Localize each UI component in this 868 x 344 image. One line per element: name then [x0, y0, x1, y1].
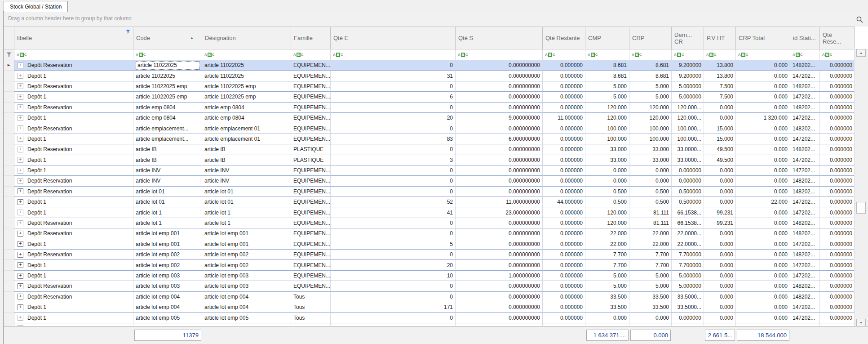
cell-qte_s[interactable]: 0.000000000: [456, 144, 543, 155]
cell-code[interactable]: article lot emp 004: [133, 292, 202, 302]
cell-libelle[interactable]: +Depôt Reservation: [14, 144, 133, 155]
expand-icon[interactable]: +: [18, 94, 23, 100]
tab-stock-global-station[interactable]: Stock Global / Station: [4, 1, 68, 12]
cell-pv_ht[interactable]: 0.000: [704, 260, 736, 270]
cell-designation[interactable]: article 11022025 emp: [202, 81, 291, 92]
expand-icon[interactable]: +: [18, 304, 23, 310]
table-row[interactable]: +Depôt Reservationarticle IBarticle IBPL…: [4, 144, 855, 155]
filter-cell-libelle[interactable]: ABC: [14, 49, 133, 60]
cell-id_station[interactable]: 148202...: [790, 281, 820, 291]
cell-libelle[interactable]: +Depôt Reservation: [14, 187, 133, 197]
cell-crp[interactable]: 0.000: [629, 165, 672, 176]
cell-designation[interactable]: article IB: [202, 144, 291, 155]
cell-designation[interactable]: article IB: [202, 155, 291, 165]
cell-cmp[interactable]: 33.000: [585, 155, 629, 165]
cell-pv_ht[interactable]: 99.231: [704, 218, 736, 228]
cell-designation[interactable]: article 11022025: [202, 71, 291, 81]
cell-famille[interactable]: Tous: [291, 302, 331, 313]
cell-qte_restante[interactable]: 0.000000: [543, 292, 585, 302]
filter-cell-id_station[interactable]: ABC: [790, 49, 820, 60]
cell-id_station[interactable]: 147202...: [790, 207, 820, 218]
cell-qte_restante[interactable]: 0.000000: [543, 155, 585, 165]
cell-code[interactable]: article emp 0804: [133, 103, 202, 113]
cell-qte_s[interactable]: 0.000000000: [456, 103, 543, 113]
cell-qte_rese[interactable]: 0.000000: [820, 176, 855, 186]
cell-designation[interactable]: article lot emp 004: [202, 302, 291, 313]
cell-designation[interactable]: article lot emp 002: [202, 250, 291, 260]
cell-dern_cr[interactable]: 0.000000: [672, 313, 704, 323]
cell-pv_ht[interactable]: 0.000: [704, 103, 736, 113]
cell-crp[interactable]: 7.700: [629, 250, 672, 260]
cell-qte_e[interactable]: 0: [331, 228, 456, 239]
cell-pv_ht[interactable]: 0.000: [704, 292, 736, 302]
cell-qte_s[interactable]: 0.000000000: [456, 218, 543, 228]
cell-qte_e[interactable]: 171: [331, 302, 456, 313]
cell-cmp[interactable]: 0.500: [585, 187, 629, 197]
cell-qte_restante[interactable]: 0.000000: [543, 271, 585, 281]
cell-qte_s[interactable]: 0.000000000: [456, 60, 543, 71]
cell-qte_restante[interactable]: 0.000000: [543, 187, 585, 197]
cell-libelle[interactable]: +Depôt Reservation: [14, 176, 133, 186]
cell-qte_rese[interactable]: 0.000000: [820, 260, 855, 270]
expand-icon[interactable]: +: [18, 104, 23, 110]
cell-pv_ht[interactable]: 0.000: [704, 113, 736, 123]
table-row[interactable]: +Depôt 1article lot emp 005article lot e…: [4, 313, 855, 323]
expand-icon[interactable]: +: [18, 63, 23, 68]
cell-crp[interactable]: 22.000: [629, 239, 672, 250]
cell-cmp[interactable]: 22.000: [585, 228, 629, 239]
cell-crp[interactable]: 5.000: [629, 271, 672, 281]
cell-famille[interactable]: EQUIPEMEN...: [291, 71, 331, 81]
cell-cmp[interactable]: 22.000: [585, 239, 629, 250]
expand-icon[interactable]: +: [18, 220, 23, 226]
cell-famille[interactable]: EQUIPEMEN...: [291, 260, 331, 270]
cell-libelle[interactable]: +Depôt 1: [14, 260, 133, 270]
cell-code[interactable]: article lot emp 002: [133, 260, 202, 270]
table-row[interactable]: +Depôt 1article INVarticle INVEQUIPEMEN.…: [4, 165, 855, 176]
cell-dern_cr[interactable]: 33.0000...: [672, 144, 704, 155]
table-row[interactable]: +Depôt 1article emp 0804article emp 0804…: [4, 113, 855, 123]
cell-famille[interactable]: EQUIPEMEN...: [291, 239, 331, 250]
cell-crp_total[interactable]: 0.000: [736, 260, 790, 270]
cell-qte_restante[interactable]: 0.000000: [543, 218, 585, 228]
cell-qte_restante[interactable]: 0.000000: [543, 144, 585, 155]
cell-designation[interactable]: article lot emp 002: [202, 260, 291, 270]
cell-designation[interactable]: article INV: [202, 165, 291, 176]
cell-qte_e[interactable]: 0: [331, 187, 456, 197]
cell-famille[interactable]: Tous: [291, 313, 331, 323]
column-header-dern_cr[interactable]: Dern... CR: [672, 27, 704, 49]
cell-libelle[interactable]: +Depôt 1: [14, 302, 133, 313]
cell-qte_rese[interactable]: 0.000000: [820, 271, 855, 281]
filter-cell-dern_cr[interactable]: ABC: [672, 49, 704, 60]
cell-qte_e[interactable]: 6: [331, 92, 456, 102]
cell-libelle[interactable]: +Depôt Reservation: [14, 123, 133, 134]
cell-qte_restante[interactable]: 0.000000: [543, 103, 585, 113]
cell-qte_rese[interactable]: 0.000000: [820, 134, 855, 144]
cell-id_station[interactable]: 147202...: [790, 239, 820, 250]
cell-code[interactable]: article lot emp 003: [133, 281, 202, 291]
cell-qte_s[interactable]: 0.000000000: [456, 302, 543, 313]
cell-dern_cr[interactable]: 22.0000...: [672, 228, 704, 239]
cell-crp[interactable]: 33.000: [629, 155, 672, 165]
cell-famille[interactable]: EQUIPEMEN...: [291, 165, 331, 176]
cell-crp[interactable]: 5.000: [629, 81, 672, 92]
cell-pv_ht[interactable]: 0.000: [704, 239, 736, 250]
cell-crp[interactable]: 81.111: [629, 218, 672, 228]
cell-famille[interactable]: PLASTIQUE: [291, 155, 331, 165]
table-row[interactable]: +Depôt 1article IBarticle IBPLASTIQUE30.…: [4, 155, 855, 165]
cell-designation[interactable]: article emplacement 01: [202, 134, 291, 144]
cell-qte_e[interactable]: 0: [331, 123, 456, 134]
cell-dern_cr[interactable]: 66.1538...: [672, 207, 704, 218]
cell-qte_s[interactable]: 0.000000000: [456, 187, 543, 197]
cell-crp[interactable]: 33.000: [629, 144, 672, 155]
cell-crp[interactable]: 5.000: [629, 92, 672, 102]
cell-designation[interactable]: article lot 01: [202, 187, 291, 197]
cell-pv_ht[interactable]: 7.500: [704, 81, 736, 92]
cell-qte_e[interactable]: 41: [331, 207, 456, 218]
column-header-qte_s[interactable]: Qté S: [456, 27, 543, 49]
cell-crp_total[interactable]: 0.000: [736, 123, 790, 134]
expand-icon[interactable]: +: [18, 199, 23, 205]
cell-qte_e[interactable]: 0: [331, 103, 456, 113]
cell-pv_ht[interactable]: 15.000: [704, 134, 736, 144]
cell-dern_cr[interactable]: 7.700000: [672, 250, 704, 260]
cell-dern_cr[interactable]: 33.0000...: [672, 155, 704, 165]
